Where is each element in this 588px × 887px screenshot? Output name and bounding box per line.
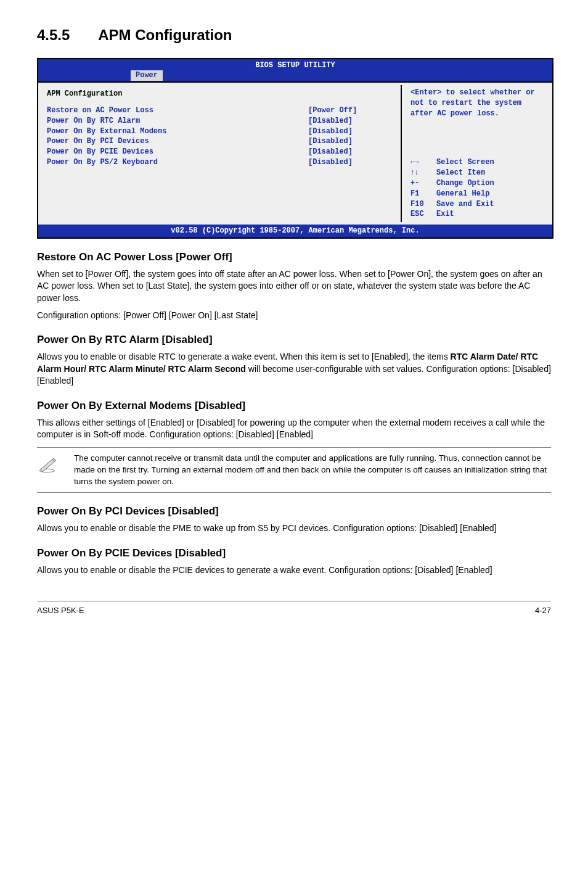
subsection-body: When set to [Power Off], the system goes… — [37, 268, 551, 305]
bios-key: F1 — [410, 189, 436, 199]
bios-item: Power On By PS/2 Keyboard[Disabled] — [47, 157, 394, 168]
config-options: Configuration options: [Power Off] [Powe… — [37, 310, 551, 322]
bios-item-label: Power On By PCIE Devices — [47, 147, 308, 157]
subsection-heading-pcie: Power On By PCIE Devices [Disabled] — [37, 546, 551, 561]
bios-item-label: Power On By PCI Devices — [47, 136, 308, 147]
bios-item-value: [Disabled] — [308, 116, 394, 126]
bios-key-desc: Select Screen — [436, 157, 494, 168]
subsection-body: Allows you to enable or disable the PCIE… — [37, 564, 551, 577]
bios-item: Power On By PCIE Devices[Disabled] — [47, 147, 394, 157]
bios-right-panel: <Enter> to select whether or not to rest… — [404, 83, 552, 225]
bios-key: +- — [410, 178, 436, 189]
footer-left: ASUS P5K-E — [37, 605, 84, 616]
subsection-body: This allows either settings of [Enabled]… — [37, 417, 551, 441]
bios-key-desc: Exit — [436, 209, 454, 220]
bios-item-value: [Disabled] — [308, 136, 394, 147]
subsection-heading-ext-modems: Power On By External Modems [Disabled] — [37, 398, 551, 413]
bios-body: APM Configuration Restore on AC Power Lo… — [38, 81, 552, 225]
bios-item: Power On By RTC Alarm[Disabled] — [47, 116, 394, 126]
bios-key: ESC — [410, 209, 436, 220]
pencil-note-icon — [37, 453, 62, 477]
subsection-body: Allows you to enable or disable RTC to g… — [37, 351, 551, 387]
subsection-heading-restore: Restore On AC Power Loss [Power Off] — [37, 250, 551, 265]
bios-setup-screenshot: BIOS SETUP UTILITY Power APM Configurati… — [37, 58, 553, 239]
bios-key: F10 — [410, 199, 436, 210]
bios-key-row: +-Change Option — [410, 178, 546, 189]
bios-key-row: ESCExit — [410, 209, 546, 220]
bios-item-label: Power On By PS/2 Keyboard — [47, 157, 308, 168]
subsection-heading-pci: Power On By PCI Devices [Disabled] — [37, 504, 551, 519]
bios-item-label: Power On By External Modems — [47, 126, 308, 137]
bios-panel-heading: APM Configuration — [47, 89, 394, 99]
bios-key: ↑↓ — [410, 168, 436, 178]
section-heading: 4.5.5 APM Configuration — [37, 25, 551, 46]
bios-key-row: F10Save and Exit — [410, 199, 546, 210]
bios-tab-row: Power — [38, 70, 552, 81]
bios-key-desc: General Help — [436, 189, 489, 199]
bios-key-help: ←→Select Screen ↑↓Select Item +-Change O… — [410, 157, 546, 220]
bios-help-text: <Enter> to select whether or not to rest… — [410, 88, 546, 118]
bios-left-panel: APM Configuration Restore on AC Power Lo… — [41, 85, 402, 222]
bios-item-label: Restore on AC Power Loss — [47, 105, 308, 116]
bios-item: Power On By External Modems[Disabled] — [47, 126, 394, 137]
page-footer: ASUS P5K-E 4-27 — [37, 601, 551, 616]
note-block: The computer cannot receive or transmit … — [37, 447, 551, 493]
section-number: 4.5.5 — [37, 25, 70, 46]
bios-item-value: [Disabled] — [308, 126, 394, 137]
bios-footer: v02.58 (C)Copyright 1985-2007, American … — [38, 225, 552, 237]
body-pre: Allows you to enable or disable RTC to g… — [37, 352, 451, 361]
bios-key-desc: Save and Exit — [436, 199, 494, 210]
note-text: The computer cannot receive or transmit … — [74, 453, 551, 488]
bios-key-row: ↑↓Select Item — [410, 168, 546, 178]
bios-item-value: [Disabled] — [308, 147, 394, 157]
subsection-heading-rtc: Power On By RTC Alarm [Disabled] — [37, 332, 551, 347]
bios-key-row: F1General Help — [410, 189, 546, 199]
section-title: APM Configuration — [98, 27, 232, 43]
footer-right: 4-27 — [535, 605, 551, 616]
bios-item-label: Power On By RTC Alarm — [47, 116, 308, 126]
bios-item-value: [Power Off] — [308, 105, 394, 116]
subsection-body: Allows you to enable or disable the PME … — [37, 522, 551, 535]
bios-item: Power On By PCI Devices[Disabled] — [47, 136, 394, 147]
bios-key-row: ←→Select Screen — [410, 157, 546, 168]
bios-key-desc: Change Option — [436, 178, 494, 189]
bios-item: Restore on AC Power Loss[Power Off] — [47, 105, 394, 116]
bios-title: BIOS SETUP UTILITY — [38, 59, 552, 71]
bios-item-value: [Disabled] — [308, 157, 394, 168]
bios-key-desc: Select Item — [436, 168, 485, 178]
bios-active-tab: Power — [131, 70, 163, 81]
bios-key: ←→ — [410, 157, 436, 168]
